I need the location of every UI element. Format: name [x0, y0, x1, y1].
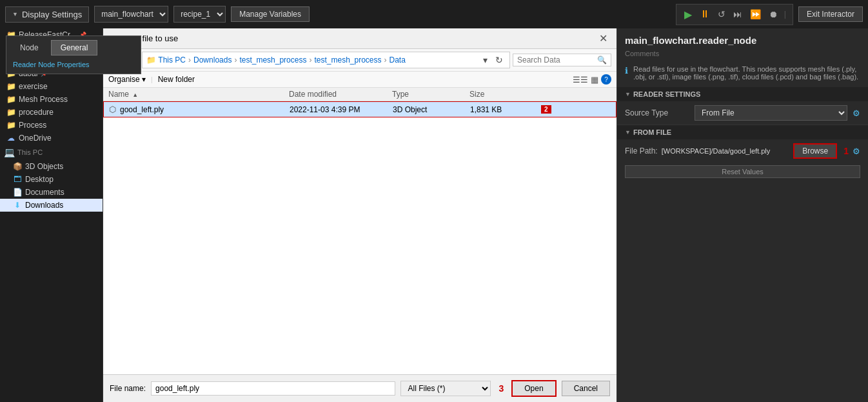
path-crumb-test1[interactable]: test_mesh_process [239, 55, 306, 65]
cloud-icon: ☁ [6, 134, 15, 143]
details-view-button[interactable]: ▦ [591, 75, 598, 85]
file-type: 3D Object [393, 105, 470, 114]
fast-forward-button[interactable]: ⏩ [747, 8, 764, 21]
right-panel: main_flowchart.reader_node Comments ℹ Re… [616, 28, 868, 402]
node-tab[interactable]: Node [10, 40, 48, 55]
badge-1: 1 [843, 146, 849, 156]
sidebar-item-exercise[interactable]: 📁 exercise [0, 80, 103, 93]
filename-input[interactable] [151, 381, 395, 396]
source-type-select[interactable]: From File [695, 105, 847, 121]
sidebar-item-meshprocess[interactable]: 📁 Mesh Process [0, 93, 103, 106]
path-crumb-downloads[interactable]: Downloads [193, 55, 232, 65]
browse-button[interactable]: Browse [793, 143, 837, 159]
file-dialog: Select a file to use ✕ ‹ › ↑ 📁 This PC ›… [103, 28, 616, 402]
sidebar-item-documents[interactable]: 📄 Documents [0, 186, 103, 199]
main-area: 📁 ReleaseFastCr... 📌 📁 devtools 📌 📁 WeRo… [0, 28, 868, 402]
this-pc-header[interactable]: 💻 This PC [0, 145, 103, 160]
reset-values-button[interactable]: Reset Values [625, 165, 860, 178]
recipe-select[interactable]: recipe_1 [173, 6, 226, 23]
sidebar-item-desktop[interactable]: 🗔 Desktop [0, 173, 103, 186]
flowchart-select[interactable]: main_flowchart [94, 6, 168, 23]
path-refresh-button[interactable]: ↻ [493, 54, 506, 66]
search-input[interactable] [517, 55, 595, 65]
general-tab[interactable]: General [51, 40, 98, 55]
display-settings-dropdown[interactable]: Display Settings Node General Reader Nod… [5, 6, 89, 23]
new-folder-button[interactable]: New folder [158, 75, 195, 84]
sidebar-item-label: 3D Objects [25, 162, 63, 171]
file-badge-2: 2 [541, 105, 551, 114]
col-type-header[interactable]: Type [392, 90, 469, 99]
col-date-header[interactable]: Date modified [289, 90, 392, 99]
file-size: 1,831 KB [470, 105, 535, 114]
collapse-icon: ▼ [625, 91, 631, 97]
sidebar-item-procedure[interactable]: 📁 procedure [0, 106, 103, 119]
sidebar-item-label: Mesh Process [19, 95, 68, 104]
collapse-icon: ▼ [625, 129, 631, 136]
source-type-row: Source Type From File ⚙ [617, 101, 868, 125]
help-button[interactable]: ? [601, 74, 611, 85]
skip-end-button[interactable]: ⏭ [731, 8, 745, 21]
download-folder-icon: ⬇ [13, 201, 22, 210]
info-icon: ℹ [625, 66, 628, 75]
node-title: main_flowchart.reader_node [617, 28, 868, 48]
dialog-footer: File name: All Files (*) 3 Open Cancel [103, 374, 616, 402]
file-path-gear-icon[interactable]: ⚙ [853, 146, 860, 156]
dialog-toolbar: Organise ▾ | New folder ☰☰ ▦ ? [103, 72, 616, 88]
folder-icon: 📁 [6, 108, 15, 117]
from-file-section: File Path: [WORKSPACE]/Data/good_left.pl… [617, 139, 868, 182]
path-bar: 📁 This PC › Downloads › test_mesh_proces… [142, 52, 510, 68]
from-file-header[interactable]: ▼ FROM FILE [617, 125, 868, 139]
file-list-area: Name ▲ Date modified Type Size ⬡ good_le… [103, 88, 616, 374]
col-size-header[interactable]: Size [469, 90, 534, 99]
pc-icon: 💻 [4, 147, 15, 157]
path-dropdown-button[interactable]: ▾ [480, 54, 490, 66]
reader-settings-label: READER SETTINGS [633, 90, 701, 98]
sidebar-item-label: Documents [25, 188, 64, 197]
file-path-value: [WORKSPACE]/Data/good_left.ply [662, 147, 789, 155]
display-settings-label: Display Settings [22, 10, 82, 19]
filetype-select[interactable]: All Files (*) [400, 381, 491, 396]
pause-button[interactable]: ⏸ [697, 7, 713, 21]
reader-node-properties-link[interactable]: Reader Node Properties [10, 59, 137, 70]
from-file-label: FROM FILE [633, 128, 671, 136]
sidebar-item-label: procedure [19, 108, 54, 117]
source-type-gear-icon[interactable]: ⚙ [853, 108, 860, 118]
3d-folder-icon: 📦 [13, 162, 22, 171]
sidebar-item-process[interactable]: 📁 Process [0, 119, 103, 132]
cancel-button[interactable]: Cancel [562, 381, 610, 396]
file-name: good_left.ply [120, 105, 164, 114]
sidebar-item-label: exercise [19, 82, 48, 91]
playbar: ▶ ⏸ ↺ ⏭ ⏩ ⏺ | [676, 4, 793, 25]
organise-button[interactable]: Organise ▾ [108, 75, 146, 84]
path-crumb-test2[interactable]: test_mesh_process [314, 55, 381, 65]
folder-icon: 📁 [6, 95, 15, 104]
path-crumb-data[interactable]: Data [390, 55, 406, 65]
sidebar-item-3dobjects[interactable]: 📦 3D Objects [0, 160, 103, 173]
sidebar-item-label: This PC [17, 148, 43, 156]
manage-variables-button[interactable]: Manage Variables [231, 6, 310, 22]
refresh-button[interactable]: ↺ [715, 8, 728, 21]
view-buttons: ☰☰ ▦ ? [573, 74, 611, 85]
file-row[interactable]: ⬡ good_left.ply 2022-11-03 4:39 PM 3D Ob… [103, 101, 616, 117]
sidebar-item-label: OneDrive [19, 134, 52, 143]
dialog-close-button[interactable]: ✕ [597, 32, 610, 45]
top-bar: Display Settings Node General Reader Nod… [0, 0, 868, 28]
open-button[interactable]: Open [511, 380, 556, 397]
list-view-button[interactable]: ☰☰ [573, 75, 588, 85]
comments-label: Comments [617, 48, 868, 63]
documents-icon: 📄 [13, 188, 22, 197]
sidebar-item-label: Desktop [25, 175, 54, 184]
exit-interactor-button[interactable]: Exit Interactor [798, 6, 863, 22]
search-box: 🔍 [513, 54, 611, 66]
playbar-separator: | [784, 10, 786, 19]
path-crumb-thispc[interactable]: This PC [158, 55, 186, 65]
play-button[interactable]: ▶ [682, 7, 695, 22]
folder-icon: 📁 [6, 121, 15, 130]
file-path-row: File Path: [WORKSPACE]/Data/good_left.pl… [625, 143, 860, 159]
col-name-header[interactable]: Name ▲ [108, 90, 289, 99]
badge-3: 3 [498, 383, 504, 394]
sidebar-item-downloads[interactable]: ⬇ Downloads [0, 199, 103, 212]
record-button[interactable]: ⏺ [766, 8, 780, 21]
sidebar-item-onedrive[interactable]: ☁ OneDrive [0, 132, 103, 145]
reader-settings-header[interactable]: ▼ READER SETTINGS [617, 87, 868, 101]
